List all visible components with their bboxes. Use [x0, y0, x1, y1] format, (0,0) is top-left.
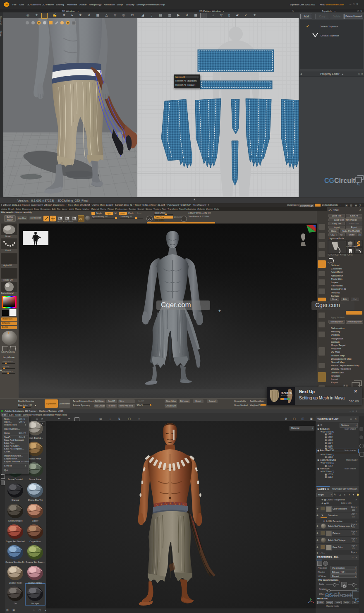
svg-text:3D CLOTHING: 3D CLOTHING [281, 395, 291, 397]
svg-text:M: M [5, 3, 7, 6]
svg-text:REALISTIC: REALISTIC [281, 392, 292, 394]
svg-text:y: y [311, 598, 312, 600]
